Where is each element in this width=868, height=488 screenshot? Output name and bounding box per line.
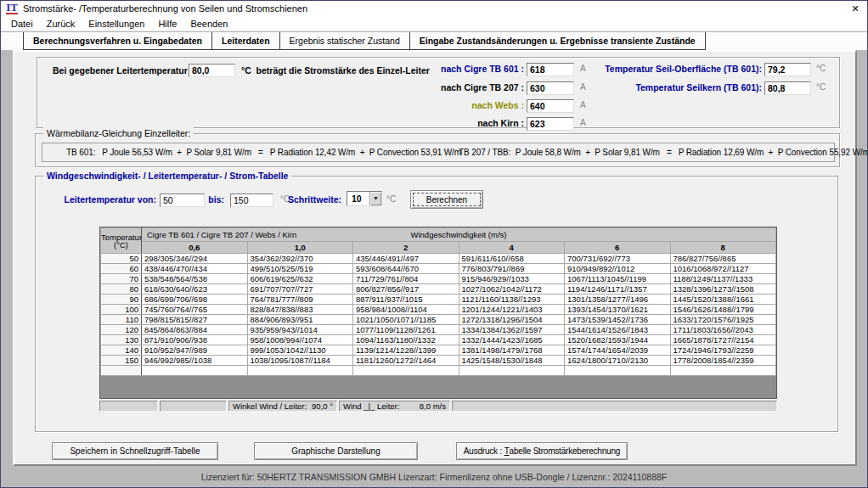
grid-cell[interactable]: 700/731/692//773 (565, 254, 671, 264)
grid-cell[interactable]: 618/630/640//623 (142, 284, 248, 294)
grid-cell[interactable]: 884/906/893//951 (247, 315, 353, 325)
temperature-cell[interactable]: 150 (101, 356, 142, 366)
graphic-display-button[interactable]: Graphische Darstellung (254, 442, 418, 460)
grid-cell[interactable]: 1724/1946/1793//2259 (670, 345, 776, 356)
grid-cell[interactable]: 1094/1163/1180//1332 (353, 335, 459, 345)
wind-current-grid[interactable]: Temperatur(°C)Cigre TB 601 / Cigre TB 20… (99, 227, 777, 399)
grid-cell[interactable]: 1574/1744/1654//2039 (565, 345, 671, 356)
grid-cell[interactable]: 1332/1444/1423//1685 (459, 335, 565, 345)
tab-berechnungsverfahren[interactable]: Berechnungsverfahren u. Eingabedaten (23, 32, 212, 50)
table-row[interactable]: 140910/952/947//989999/1053/1042//113011… (101, 345, 776, 356)
grid-cell-empty[interactable] (247, 366, 353, 376)
grid-cell[interactable]: 798/815/815//827 (142, 315, 248, 325)
grid-cell[interactable]: 1425/1548/1530//1848 (459, 356, 565, 366)
table-row[interactable]: 60438/446/470//434499/510/525//519593/60… (101, 264, 776, 274)
grid-cell[interactable]: 935/959/943//1014 (247, 325, 353, 335)
grid-cell[interactable]: 686/699/706//698 (142, 294, 248, 305)
grid-cell[interactable]: 691/707/707//727 (247, 284, 353, 294)
grid-cell[interactable]: 1711/1803/1656//2043 (670, 325, 776, 335)
grid-cell[interactable]: 845/864/863//884 (142, 325, 248, 335)
grid-cell[interactable]: 1188/1249/1137//1333 (670, 274, 776, 284)
tab-eingabe-zustandsaenderungen[interactable]: Eingabe Zustandsänderungen u. Ergebnisse… (410, 32, 706, 50)
table-row[interactable]: 90686/699/706//698764/781/777//809887/91… (101, 294, 776, 305)
grid-cell[interactable]: 1067/1113/1045//1199 (565, 274, 671, 284)
temperature-cell[interactable]: 60 (101, 264, 142, 274)
grid-cell[interactable]: 1121/1160/1138//1293 (459, 294, 565, 305)
grid-cell[interactable]: 946/992/985//1038 (142, 356, 248, 366)
table-row[interactable]: 130871/910/906//938958/1008/994//1074109… (101, 335, 776, 345)
grid-cell[interactable]: 786/827/756//865 (670, 254, 776, 264)
grid-cell-empty[interactable] (101, 366, 142, 376)
grid-cell[interactable]: 606/619/625//632 (247, 274, 353, 284)
temperature-cell[interactable]: 50 (101, 254, 142, 264)
table-row[interactable]: 100745/760/764//765828/847/838//883958/9… (101, 305, 776, 315)
grid-cell[interactable]: 435/446/491//497 (353, 254, 459, 264)
berechnen-button[interactable]: Berechnen (410, 190, 483, 209)
grid-cell-empty[interactable] (565, 366, 671, 376)
temperature-cell[interactable]: 130 (101, 335, 142, 345)
grid-cell[interactable]: 828/847/838//883 (247, 305, 353, 315)
grid-cell[interactable]: 499/510/525//519 (247, 264, 353, 274)
grid-cell[interactable]: 910/952/947//989 (142, 345, 248, 356)
grid-cell[interactable]: 1544/1614/1526//1843 (565, 325, 671, 335)
grid-cell[interactable]: 1016/1068/972//1127 (670, 264, 776, 274)
grid-cell[interactable]: 538/548/564//538 (142, 274, 248, 284)
table-row[interactable]: 120845/864/863//884935/959/943//10141077… (101, 325, 776, 335)
grid-cell[interactable]: 1181/1260/1272//1464 (353, 356, 459, 366)
menu-item-einstellungen[interactable]: Einstellungen (82, 17, 151, 31)
grid-cell[interactable]: 1546/1626/1488//1799 (670, 305, 776, 315)
grid-cell-empty[interactable] (142, 366, 248, 376)
table-row[interactable]: 80618/630/640//623691/707/707//727806/82… (101, 284, 776, 294)
grid-cell[interactable]: 1328/1396/1273//1508 (670, 284, 776, 294)
grid-cell[interactable]: 1272/1318/1296//1504 (459, 315, 565, 325)
menu-item-datei[interactable]: Datei (4, 17, 40, 31)
grid-cell[interactable]: 1633/1720/1576//1925 (670, 315, 776, 325)
table-row[interactable]: 70538/548/564//538606/619/625//632711/72… (101, 274, 776, 284)
grid-cell[interactable]: 1194/1246/1171//1357 (565, 284, 671, 294)
temperature-cell[interactable]: 80 (101, 284, 142, 294)
menu-item-hilfe[interactable]: Hilfe (151, 17, 183, 31)
chevron-down-icon[interactable]: ▼ (369, 192, 381, 205)
grid-cell[interactable]: 1624/1800/1710//2130 (565, 356, 671, 366)
tab-leiterdaten[interactable]: Leiterdaten (212, 32, 280, 50)
grid-cell[interactable]: 1021/1050/1071//1185 (353, 315, 459, 325)
grid-cell[interactable]: 593/608/644//670 (353, 264, 459, 274)
table-row-empty[interactable] (101, 366, 776, 376)
grid-cell-empty[interactable] (353, 366, 459, 376)
table-row[interactable]: 110798/815/815//827884/906/893//9511021/… (101, 315, 776, 325)
grid-cell[interactable]: 591/611/610//658 (459, 254, 565, 264)
core-temp-input[interactable] (764, 81, 811, 95)
grid-cell[interactable]: 1393/1454/1370//1621 (565, 305, 671, 315)
grid-cell[interactable]: 298/305/346//294 (142, 254, 248, 264)
temperature-cell[interactable]: 70 (101, 274, 142, 284)
print-table-button[interactable]: Ausdruck : Tabelle Stromstärkeberechnung (456, 442, 628, 460)
grid-cell[interactable]: 776/803/791//869 (459, 264, 565, 274)
grid-cell[interactable]: 1334/1384/1362//1597 (459, 325, 565, 335)
grid-cell[interactable]: 1139/1214/1228//1399 (353, 345, 459, 356)
grid-cell[interactable]: 1027/1062/1042//1172 (459, 284, 565, 294)
grid-cell[interactable]: 1445/1520/1388//1661 (670, 294, 776, 305)
menu-item-zurueck[interactable]: Zurück (40, 17, 82, 31)
grid-cell[interactable]: 1077/1109/1128//1261 (353, 325, 459, 335)
table-row[interactable]: 50298/305/346//294354/362/392//370435/44… (101, 254, 776, 264)
grid-cell-empty[interactable] (459, 366, 565, 376)
grid-cell[interactable]: 1038/1095/1087//1184 (247, 356, 353, 366)
surface-temp-input[interactable] (764, 63, 811, 76)
close-icon[interactable]: ✕ (848, 2, 862, 15)
grid-cell[interactable]: 806/827/856//917 (353, 284, 459, 294)
grid-cell[interactable]: 915/946/929//1033 (459, 274, 565, 284)
temperature-cell[interactable]: 100 (101, 305, 142, 315)
grid-cell[interactable]: 1381/1498/1479//1768 (459, 345, 565, 356)
grid-cell[interactable]: 958/984/1008//1104 (353, 305, 459, 315)
grid-cell[interactable]: 1520/1682/1593//1944 (565, 335, 671, 345)
table-row[interactable]: 150946/992/985//10381038/1095/1087//1184… (101, 356, 776, 366)
temperature-cell[interactable]: 120 (101, 325, 142, 335)
temperature-cell[interactable]: 140 (101, 345, 142, 356)
grid-cell[interactable]: 871/910/906//938 (142, 335, 248, 345)
tab-ergebnis-statischer-zustand[interactable]: Ergebnis statischer Zustand (280, 32, 410, 50)
temperature-cell[interactable]: 90 (101, 294, 142, 305)
grid-cell[interactable]: 1201/1244/1221//1403 (459, 305, 565, 315)
temperature-cell[interactable]: 110 (101, 315, 142, 325)
menu-item-beenden[interactable]: Beenden (183, 17, 234, 31)
given-temperature-input[interactable] (189, 64, 235, 77)
